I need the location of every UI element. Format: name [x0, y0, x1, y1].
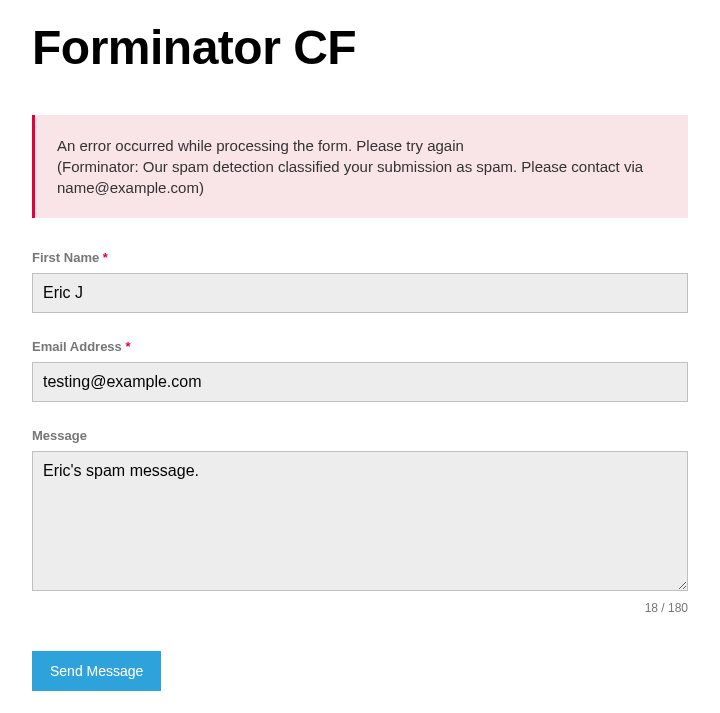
- first-name-group: First Name *: [32, 250, 688, 313]
- required-asterisk-icon: *: [103, 250, 108, 265]
- email-label: Email Address *: [32, 339, 688, 354]
- char-counter: 18 / 180: [32, 601, 688, 615]
- first-name-label: First Name *: [32, 250, 688, 265]
- first-name-input[interactable]: [32, 273, 688, 313]
- send-message-button[interactable]: Send Message: [32, 651, 161, 691]
- page-title: Forminator CF: [32, 0, 688, 115]
- error-line-2: (Forminator: Our spam detection classifi…: [57, 156, 666, 198]
- message-textarea[interactable]: Eric's spam message.: [32, 451, 688, 591]
- error-banner: An error occurred while processing the f…: [32, 115, 688, 218]
- message-group: Message Eric's spam message. 18 / 180: [32, 428, 688, 615]
- message-label-text: Message: [32, 428, 87, 443]
- message-label: Message: [32, 428, 688, 443]
- email-input[interactable]: [32, 362, 688, 402]
- first-name-label-text: First Name: [32, 250, 99, 265]
- error-line-1: An error occurred while processing the f…: [57, 135, 666, 156]
- email-group: Email Address *: [32, 339, 688, 402]
- email-label-text: Email Address: [32, 339, 122, 354]
- required-asterisk-icon: *: [125, 339, 130, 354]
